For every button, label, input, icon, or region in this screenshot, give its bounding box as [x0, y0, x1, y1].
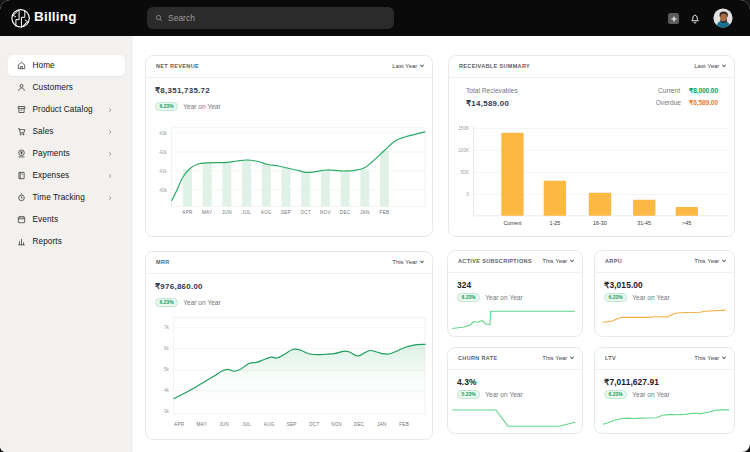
svg-text:OCT: OCT	[309, 422, 320, 427]
svg-text:NOV: NOV	[331, 422, 342, 427]
svg-text:41k: 41k	[159, 169, 167, 174]
svg-text:4k: 4k	[164, 388, 170, 393]
svg-text:7k: 7k	[164, 325, 170, 330]
svg-text:AUG: AUG	[264, 422, 275, 427]
svg-text:OCT: OCT	[300, 210, 311, 215]
svg-text:NOV: NOV	[320, 210, 331, 215]
svg-text:JUL: JUL	[242, 210, 251, 215]
svg-text:Current: Current	[503, 220, 521, 226]
svg-text:APR: APR	[182, 210, 193, 215]
svg-text:6k: 6k	[164, 346, 170, 351]
svg-text:SEP: SEP	[287, 422, 297, 427]
svg-text:43k: 43k	[159, 131, 167, 136]
svg-text:DEC: DEC	[340, 210, 351, 215]
svg-text:40k: 40k	[159, 188, 167, 193]
svg-text:DEC: DEC	[354, 422, 365, 427]
svg-text:1-25: 1-25	[549, 220, 560, 226]
svg-text:>45: >45	[682, 220, 691, 226]
svg-text:0k: 0k	[164, 409, 170, 414]
svg-text:APR: APR	[174, 422, 185, 427]
svg-text:SEP: SEP	[281, 210, 291, 215]
svg-text:100K: 100K	[458, 148, 470, 153]
svg-text:50K: 50K	[461, 170, 470, 175]
svg-text:FEB: FEB	[380, 210, 390, 215]
svg-text:JAN: JAN	[360, 210, 370, 215]
svg-text:5k: 5k	[164, 367, 170, 372]
svg-text:42k: 42k	[159, 150, 167, 155]
svg-text:JUL: JUL	[242, 422, 251, 427]
svg-text:0: 0	[466, 192, 469, 197]
svg-text:JUN: JUN	[222, 210, 232, 215]
svg-text:JUN: JUN	[219, 422, 229, 427]
svg-text:AUG: AUG	[261, 210, 272, 215]
svg-text:FEB: FEB	[399, 422, 409, 427]
svg-text:150K: 150K	[458, 126, 470, 131]
svg-text:MAY: MAY	[196, 422, 207, 427]
svg-text:31-45: 31-45	[637, 220, 651, 226]
svg-text:MAY: MAY	[202, 210, 213, 215]
svg-text:JAN: JAN	[377, 422, 387, 427]
svg-text:16-30: 16-30	[593, 220, 607, 226]
